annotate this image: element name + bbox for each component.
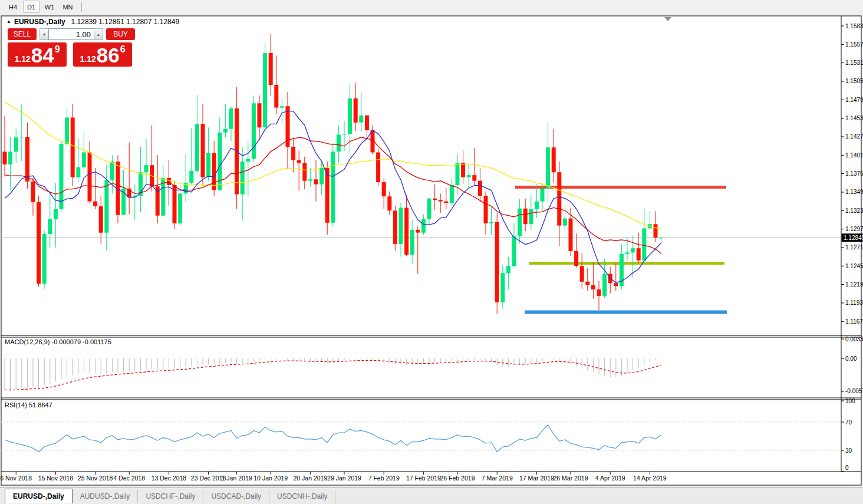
rsi-indicator-label: RSI(14) 51.8647: [5, 401, 52, 409]
tab-audusd[interactable]: AUDUSD-,Daily: [73, 490, 139, 503]
svg-text:15 Nov 2018: 15 Nov 2018: [38, 475, 74, 482]
svg-text:0: 0: [845, 465, 849, 471]
svg-text:13 Dec 2018: 13 Dec 2018: [151, 475, 187, 482]
svg-text:29 Jan 2019: 29 Jan 2019: [327, 475, 361, 482]
buy-price-prefix: 1.12: [80, 55, 95, 63]
buy-price-big: 86: [97, 47, 120, 64]
chart-title: ▲ EURUSD-,Daily 1.12839 1.12861 1.12807 …: [6, 18, 179, 26]
svg-text:30: 30: [845, 447, 852, 454]
svg-text:70: 70: [845, 419, 852, 426]
tab-eurusd[interactable]: EURUSD-,Daily: [5, 489, 73, 503]
svg-text:1.14790: 1.14790: [845, 97, 863, 103]
sell-price-pip: 9: [55, 45, 60, 54]
svg-text:1.14010: 1.14010: [845, 152, 863, 159]
buy-price-pip: 6: [120, 45, 126, 54]
svg-text:14 Apr 2019: 14 Apr 2019: [633, 475, 667, 482]
svg-text:7 Mar 2019: 7 Mar 2019: [482, 475, 513, 482]
svg-text:1 Jan 2019: 1 Jan 2019: [222, 475, 252, 482]
svg-text:1.12190: 1.12190: [845, 281, 863, 288]
svg-text:17 Mar 2019: 17 Mar 2019: [519, 475, 554, 482]
svg-text:1.12710: 1.12710: [845, 244, 863, 251]
chevron-up-icon: ▲: [97, 32, 101, 37]
svg-text:10 Jan 2019: 10 Jan 2019: [253, 475, 288, 482]
svg-text:1.12849: 1.12849: [844, 235, 863, 241]
volume-decrease-button[interactable]: ▼: [39, 28, 48, 40]
buy-price-panel[interactable]: 1.12 86 6: [73, 42, 132, 67]
macd-indicator-label: MACD(12,26,9) -0.000079 -0.001175: [5, 338, 111, 345]
svg-text:4 Dec 2018: 4 Dec 2018: [113, 475, 145, 482]
svg-text:1.13490: 1.13490: [845, 189, 863, 195]
svg-text:1.15570: 1.15570: [845, 41, 863, 48]
svg-text:26 Feb 2019: 26 Feb 2019: [440, 475, 475, 482]
svg-text:0.003387: 0.003387: [845, 336, 863, 342]
chevron-down-icon: ▼: [42, 32, 47, 37]
sell-price-prefix: 1.12: [14, 55, 30, 63]
svg-text:1.12970: 1.12970: [845, 226, 863, 232]
svg-text:1.15830: 1.15830: [845, 23, 863, 29]
chart-ohlc-values: 1.12839 1.12861 1.12807 1.12849: [71, 18, 180, 26]
volume-increase-button[interactable]: ▲: [94, 28, 103, 40]
svg-text:20 Jan 2019: 20 Jan 2019: [293, 475, 327, 482]
svg-text:100: 100: [845, 398, 855, 404]
svg-text:1.14270: 1.14270: [845, 133, 863, 140]
svg-text:1.13230: 1.13230: [845, 207, 863, 214]
tab-usdcad[interactable]: USDCAD-,Daily: [203, 490, 269, 503]
sell-price-panel[interactable]: 1.12 84 9: [8, 42, 67, 67]
svg-text:4 Apr 2019: 4 Apr 2019: [595, 475, 625, 482]
buy-button[interactable]: BUY: [106, 28, 135, 40]
symbol-marker-icon: ▲: [6, 19, 11, 24]
svg-text:7 Feb 2019: 7 Feb 2019: [368, 475, 400, 482]
volume-input[interactable]: [48, 28, 94, 40]
svg-text:1.12450: 1.12450: [845, 263, 863, 269]
svg-text:26 Mar 2019: 26 Mar 2019: [554, 475, 588, 482]
svg-text:1.11930: 1.11930: [845, 299, 863, 306]
svg-text:-0.00576: -0.00576: [845, 388, 863, 394]
sell-button[interactable]: SELL: [8, 28, 37, 40]
svg-text:1.15310: 1.15310: [845, 60, 863, 66]
svg-text:1.11670: 1.11670: [845, 318, 863, 325]
svg-text:17 Feb 2019: 17 Feb 2019: [406, 475, 441, 482]
tab-usdcnh[interactable]: USDCNH-,Daily: [269, 490, 335, 503]
chart-shift-marker-icon[interactable]: [664, 17, 671, 21]
svg-text:23 Dec 2018: 23 Dec 2018: [191, 475, 226, 482]
one-click-trading-panel: SELL ▼ ▲ BUY 1.12 84 9 1.12 86 6: [8, 28, 135, 67]
svg-text:1.14530: 1.14530: [845, 115, 863, 121]
svg-text:25 Nov 2018: 25 Nov 2018: [78, 475, 113, 482]
tab-usdchf[interactable]: USDCHF-,Daily: [138, 490, 203, 503]
sell-price-big: 84: [31, 47, 54, 64]
svg-text:1.15050: 1.15050: [845, 78, 863, 84]
svg-text:6 Nov 2018: 6 Nov 2018: [0, 475, 32, 482]
chart-canvas[interactable]: 1.158301.155701.153101.150501.147901.145…: [0, 0, 863, 504]
chart-symbol-label: EURUSD-,Daily: [14, 18, 65, 26]
svg-text:0.00: 0.00: [845, 355, 857, 362]
chart-tabbar: EURUSD-,Daily AUDUSD-,Daily USDCHF-,Dail…: [0, 487, 863, 504]
svg-text:1.13750: 1.13750: [845, 170, 863, 177]
